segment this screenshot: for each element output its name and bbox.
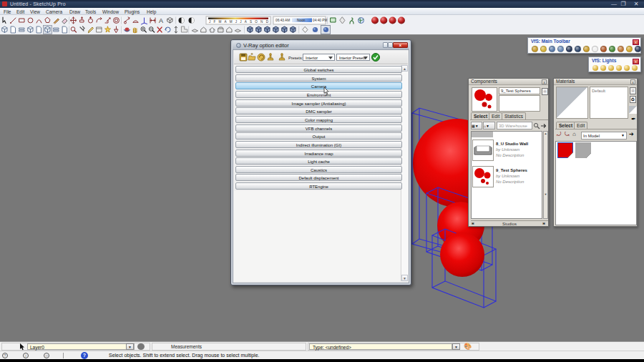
svg-text:A: A [159,17,163,24]
svg-text:JFMAMJJASOND: JFMAMJJASOND [209,20,271,24]
svg-text:Noon: Noon [297,19,306,22]
svg-text:04:40 PM: 04:40 PM [313,19,328,22]
svg-text:06:43 AM: 06:43 AM [275,19,290,22]
